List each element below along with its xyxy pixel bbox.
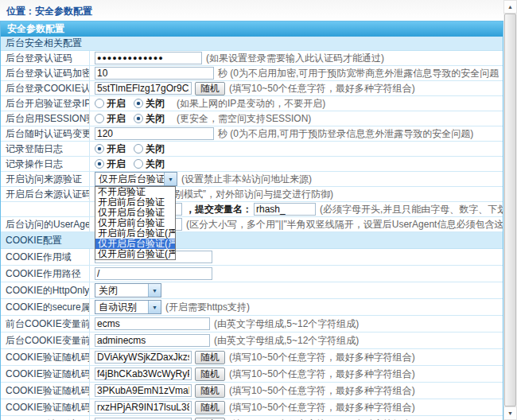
field-label: COOKIE的secure属性	[1, 299, 90, 315]
radio-off-label: 关闭	[146, 97, 165, 111]
field-label	[1, 202, 90, 216]
field-hint: (如果设置登录需要输入此认证码才能通过)	[206, 52, 384, 65]
arrow-down-icon: ▼	[507, 410, 513, 416]
row-cookie-random-1: COOKIE验证随机码 随机 (填写10~50个任意字符，最好多种字符组合)	[1, 349, 503, 366]
httponly-select[interactable]: 关闭 ▼	[95, 283, 161, 298]
row-session-verify: 后台启用SESSION验证 开启 关闭 (更安全，需空间支持SESSION)	[1, 111, 503, 126]
field-label: 记录操作日志	[1, 157, 90, 171]
radio-off[interactable]	[134, 99, 143, 108]
field-hint: 秒 (0为不启用,可用于预防登录信息意外泄露导致的安全问题)	[218, 127, 473, 141]
field-hint: (填写10~50个任意字符，最好多种字符组合)	[229, 418, 415, 420]
breadcrumb: 位置：安全参数配置	[0, 0, 517, 21]
cookie-random-1-input[interactable]	[95, 351, 192, 364]
security-settings-screen: 位置：安全参数配置 安全参数配置 后台安全相关配置 后台登录认证码 (如果设置登…	[0, 0, 517, 420]
row-login-authcode: 后台登录认证码 (如果设置登录需要输入此认证码才能通过)	[1, 51, 503, 66]
field-label: COOKIE验证随机码3	[1, 383, 90, 399]
dropdown-option[interactable]: 开启前后台验证(严格)	[95, 228, 175, 239]
select-value: 自动识别	[95, 301, 148, 313]
source-verify-select[interactable]: 仅开启后台验证 ▼	[95, 172, 177, 186]
row-verify-login-ip: 后台开启验证登录IP 开启 关闭 (如果上网的IP是变动的，不要开启)	[1, 96, 503, 111]
field-hint: (由英文字母组成,5~12个字符组成)	[214, 317, 359, 331]
random-button[interactable]: 随机	[195, 401, 225, 414]
cookie-random-4-input[interactable]	[95, 401, 192, 414]
field-label: 开启访问来源验证	[1, 172, 90, 186]
scrollbar[interactable]: ▲ ▼	[503, 0, 517, 420]
back-cookie-prefix-input[interactable]	[95, 334, 210, 347]
field-label: 后台登录COOKIE认证码	[1, 81, 90, 95]
select-value: 关闭	[95, 284, 148, 297]
random-button[interactable]: 随机	[195, 351, 225, 364]
field-label: 后台开启验证登录IP	[1, 96, 90, 111]
scroll-up-button[interactable]: ▲	[503, 0, 517, 14]
field-hint: (设置禁止非本站访问地址来源)	[181, 173, 312, 186]
row-cookie-domain: COOKIE作用域	[1, 249, 503, 266]
login-authcode-input[interactable]	[95, 52, 202, 64]
field-label: COOKIE验证随机码2	[1, 366, 90, 382]
radio-on[interactable]	[95, 114, 104, 123]
authcode-change-cycle-input[interactable]	[95, 127, 214, 140]
field-label: COOKIE的HttpOnly属性	[1, 282, 90, 298]
random-button[interactable]: 随机	[195, 384, 225, 398]
radio-off-label: 关闭	[146, 112, 165, 126]
radio-on[interactable]	[95, 159, 104, 169]
radio-on-label: 开启	[107, 97, 126, 111]
field-label: COOKIE作用域	[1, 249, 90, 265]
field-label: COOKIE作用路径	[1, 266, 90, 282]
cookie-random-2-input[interactable]	[95, 368, 192, 380]
scrollbar-thumb[interactable]	[504, 14, 516, 406]
rhash-variable-input[interactable]	[254, 203, 316, 216]
settings-panel: 安全参数配置 后台安全相关配置 后台登录认证码 (如果设置登录需要输入此认证码才…	[0, 21, 503, 420]
dropdown-option[interactable]: 仅开启后台验证	[95, 208, 175, 218]
panel-title: 安全参数配置	[1, 21, 503, 37]
radio-off[interactable]	[134, 159, 143, 169]
login-cookie-authcode-input[interactable]	[95, 82, 192, 95]
field-label: 前台COOKIE变量前缀	[1, 316, 90, 332]
section-backend-security: 后台安全相关配置	[1, 37, 503, 51]
field-label: 后台访问的UserAgent包含	[1, 217, 90, 231]
field-hint: (填写10~50个任意字符，最好多种字符组合)	[229, 368, 415, 381]
front-cookie-prefix-input[interactable]	[95, 317, 210, 330]
chevron-down-icon: ▼	[148, 284, 161, 297]
radio-off[interactable]	[134, 114, 143, 123]
arrow-up-icon: ▲	[507, 4, 513, 10]
source-verify-dropdown: 不开启验证 开启前后台验证 仅开启后台验证 仅开启前台验证 开启前后台验证(严格…	[95, 186, 176, 260]
row-useragent-contains: 后台访问的UserAgent包含 (区分大小写，多个用"||"半角双竖线隔开，设…	[1, 217, 503, 232]
authcode-expire-input[interactable]	[95, 67, 214, 80]
breadcrumb-current[interactable]: 安全参数配置	[35, 6, 92, 17]
field-label: COOKIE验证随机码4	[1, 399, 90, 415]
row-source-verify: 开启访问来源验证 仅开启后台验证 ▼ (设置禁止非本站访问地址来源)	[1, 172, 503, 187]
row-cookie-path: COOKIE作用路径	[1, 266, 503, 282]
field-hint: (填写10~50个任意字符，最好多种字符组合)	[229, 401, 415, 414]
field-hint: (开启需要https支持)	[165, 301, 250, 314]
cookie-path-input[interactable]	[95, 267, 212, 280]
secure-select[interactable]: 自动识别 ▼	[95, 300, 161, 314]
field-label: 开启后台来源认证码	[1, 187, 90, 201]
random-button[interactable]: 随机	[195, 82, 225, 95]
row-cookie-random-5: COOKIE验证随机码5 随机 (填写10~50个任意字符，最好多种字符组合)	[1, 416, 503, 420]
field-hint: (区分大小写，多个用"||"半角双竖线隔开，设置后UserAgent信息必须包含…	[186, 218, 503, 231]
random-button[interactable]: 随机	[195, 368, 225, 381]
field-label: 后台随时认证码变更周期	[1, 126, 90, 141]
dropdown-option[interactable]: 仅开启前台验证	[95, 218, 175, 228]
row-cookie-secure: COOKIE的secure属性 自动识别 ▼ (开启需要https支持)	[1, 299, 503, 316]
row-login-log: 记录登陆日志 开启 关闭	[1, 142, 503, 157]
row-cookie-httponly: COOKIE的HttpOnly属性 关闭 ▼	[1, 282, 503, 299]
dropdown-option[interactable]: 不开启验证	[95, 187, 175, 197]
submit-variable-label: ，提交变量名：	[185, 203, 252, 216]
radio-on[interactable]	[95, 144, 104, 154]
field-hint: 秒 (0为不启用加密,可用于预防宽带商意外泄露信息导致的安全问题，配合开启验证码…	[218, 67, 503, 80]
dropdown-option[interactable]: 开启前后台验证	[95, 197, 175, 208]
scroll-down-button[interactable]: ▼	[503, 406, 517, 420]
row-operation-log: 记录操作日志 开启 关闭	[1, 157, 503, 172]
random-button[interactable]: 随机	[195, 418, 225, 420]
row-cookie-random-4: COOKIE验证随机码4 随机 (填写10~50个任意字符，最好多种字符组合)	[1, 399, 503, 416]
cookie-random-3-input[interactable]	[95, 384, 192, 397]
field-label: 后台登录认证码	[1, 51, 90, 65]
field-label: 后台COOKIE变量前缀	[1, 332, 90, 348]
radio-off[interactable]	[134, 144, 143, 154]
radio-off-label: 关闭	[146, 158, 165, 171]
row-authcode-expire: 后台登录认证码加密有效期 秒 (0为不启用加密,可用于预防宽带商意外泄露信息导致…	[1, 66, 503, 81]
dropdown-option[interactable]: 仅开启前台验证(严格)	[95, 249, 175, 259]
dropdown-option-selected[interactable]: 仅开启后台验证(严格)	[95, 239, 175, 249]
radio-on[interactable]	[95, 99, 104, 108]
